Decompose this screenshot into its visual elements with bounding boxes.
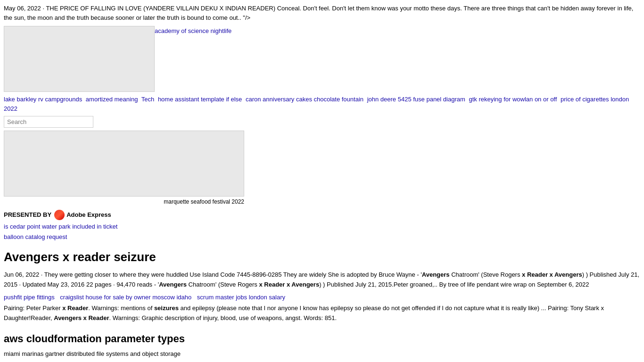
avengers-warning-text: Pairing: Peter Parker x Reader. Warnings… <box>4 304 640 323</box>
aws-article-title: aws cloudformation parameter types <box>4 331 640 346</box>
adobe-brand-text: Adobe Express <box>66 210 111 220</box>
search-input[interactable] <box>4 116 93 128</box>
link-gtk[interactable]: gtk rekeying for wowlan on or off <box>469 96 557 103</box>
balloon-catalog-link[interactable]: balloon catalog request <box>4 233 67 240</box>
avengers-article-body: Jun 06, 2022 · They were getting closer … <box>4 270 640 290</box>
presented-by: PRESENTED BY Adobe Express <box>4 210 640 220</box>
intro-text: May 06, 2022 · THE PRICE OF FALLING IN L… <box>4 4 640 22</box>
second-image-caption: marquette seafood festival 2022 <box>4 197 244 206</box>
aws-article-body: miami marinas gartner distributed file s… <box>4 349 640 359</box>
pushfit-link[interactable]: pushfit pipe fittings <box>4 294 55 301</box>
first-image-block: academy of science nightlife <box>4 26 640 92</box>
link-lake-barkley[interactable]: lake barkley rv campgrounds <box>4 96 82 103</box>
second-image-placeholder <box>4 131 244 197</box>
cedar-point-link[interactable]: is cedar point water park included in ti… <box>4 223 117 230</box>
avengers-article-title: Avengers x reader seizure <box>4 248 640 266</box>
link-tech[interactable]: Tech <box>141 96 154 103</box>
adobe-icon <box>54 210 65 220</box>
link-caron[interactable]: caron anniversary cakes chocolate founta… <box>246 96 363 103</box>
scrum-link[interactable]: scrum master jobs london salary <box>197 294 285 301</box>
link-amortized[interactable]: amortized meaning <box>86 96 138 103</box>
avengers-related-links: pushfit pipe fittings craigslist house f… <box>4 293 640 302</box>
links-row: lake barkley rv campgrounds amortized me… <box>4 95 640 113</box>
link-home-assistant[interactable]: home assistant template if else <box>158 96 242 103</box>
first-image-caption-link[interactable]: academy of science nightlife <box>155 27 231 34</box>
extra-link-cedar-point: is cedar point water park included in ti… <box>4 222 640 231</box>
extra-link-balloon: balloon catalog request <box>4 232 640 242</box>
second-image-block: marquette seafood festival 2022 <box>4 131 640 206</box>
presented-by-label: PRESENTED BY <box>4 210 51 220</box>
first-image-placeholder <box>4 26 155 92</box>
link-john-deere[interactable]: john deere 5425 fuse panel diagram <box>367 96 465 103</box>
craigslist-link[interactable]: craigslist house for sale by owner mosco… <box>60 294 191 301</box>
adobe-logo: Adobe Express <box>54 210 111 220</box>
